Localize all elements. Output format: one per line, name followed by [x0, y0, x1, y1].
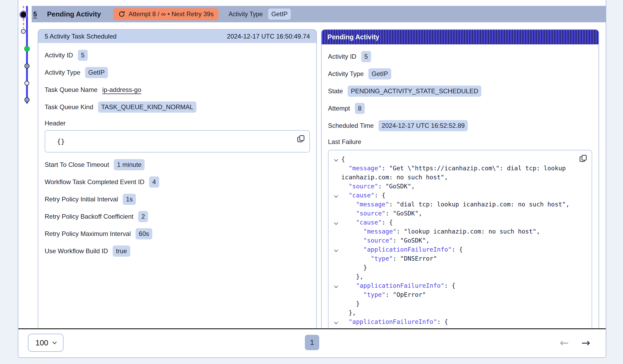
retry-status-badge: Attempt 8 / ∞ • Next Retry 39s [113, 8, 218, 20]
field-value-badge: TASK_QUEUE_KIND_NORMAL [98, 101, 196, 112]
code-gutter [331, 227, 341, 236]
header-payload-box: {} [45, 130, 310, 153]
event-id-link[interactable]: 5 [33, 10, 37, 18]
field-value-link[interactable]: ip-address-go [102, 86, 141, 94]
event-timestamp: 2024-12-17 UTC 16:50:49.74 [227, 33, 310, 40]
code-text: "type": "DNSError" [341, 254, 577, 263]
code-line: "message": "dial tcp: lookup icanhazip.c… [331, 200, 577, 209]
code-gutter [331, 182, 341, 191]
pagination-footer: 100 1 ← → [18, 329, 606, 356]
code-gutter [331, 326, 341, 328]
last-failure-json-viewer: { "message": "Get \"https://icanhazip.co… [328, 150, 592, 328]
code-line: }, [331, 308, 577, 317]
timeline-event-dot-open[interactable] [21, 29, 26, 34]
field-value-badge: 8 [355, 103, 365, 114]
field-label: Activity Type [328, 70, 364, 78]
field-value-badge: GetIP [368, 68, 391, 79]
event-detail-card: 5 Activity Task Scheduled 2024-12-17 UTC… [38, 29, 317, 328]
copy-icon [297, 134, 305, 143]
field-value-badge: 5 [361, 51, 371, 62]
code-line: "type": "OpError" [331, 290, 577, 299]
code-gutter [331, 245, 341, 254]
code-text: "message": "lookup icanhazip.com: no suc… [341, 227, 577, 236]
collapse-chevron-icon[interactable] [334, 158, 338, 162]
field-value-badge: 60s [136, 228, 152, 239]
code-text: "cause": { [341, 218, 577, 227]
code-text: "source": "GoSDK", [341, 236, 577, 245]
code-line: "source": "GoSDK", [331, 236, 577, 245]
code-line: } [331, 299, 577, 308]
collapse-chevron-icon[interactable] [334, 284, 338, 288]
pending-activity-body: Activity ID5Activity TypeGetIPStatePENDI… [322, 44, 599, 328]
previous-page-arrow[interactable]: ← [560, 337, 569, 348]
field-row: Retry Policy Backoff Coefficient2 [45, 211, 310, 222]
code-line: "applicationFailureInfo": { [331, 245, 577, 254]
code-line: "source": "GoSDK", [331, 182, 577, 191]
field-row: Scheduled Time2024-12-17 UTC 16:52:52.89 [328, 120, 592, 132]
page-size-select[interactable]: 100 [28, 334, 64, 352]
chevron-down-icon [52, 340, 57, 344]
field-row: Retry Policy Maximum Interval60s [45, 228, 310, 240]
field-row: Attempt8 [328, 103, 592, 114]
field-label: Attempt [328, 105, 350, 112]
code-line: "type": "DNSError" [331, 254, 577, 263]
event-detail-card-header[interactable]: 5 Activity Task Scheduled 2024-12-17 UTC… [38, 30, 316, 43]
code-line: "source": "GoSDK", [331, 209, 577, 218]
field-label: Task Queue Name [45, 86, 98, 94]
code-gutter [331, 164, 341, 182]
field-row: Activity ID5 [328, 51, 592, 62]
event-group-header-row: 5 Pending Activity Attempt 8 / ∞ • Next … [18, 6, 606, 22]
copy-icon [579, 154, 587, 163]
code-text: "source": "GoSDK", [341, 209, 577, 218]
copy-failure-button[interactable] [579, 154, 587, 163]
copy-header-button[interactable] [297, 134, 305, 143]
field-label: Scheduled Time [328, 122, 374, 129]
code-text: "applicationFailureInfo": { [341, 317, 577, 326]
previous-row-partial [18, 0, 606, 6]
current-page-button[interactable]: 1 [305, 335, 319, 350]
code-text: "type": "OpError" [341, 290, 577, 299]
code-line: "message": "Get \"https://icanhazip.com\… [331, 164, 577, 182]
code-text: { [341, 155, 577, 164]
code-text: }, [341, 272, 577, 281]
timeline-event-dot-success[interactable] [24, 46, 30, 52]
code-gutter [331, 299, 341, 308]
code-text: "applicationFailureInfo": { [341, 281, 577, 290]
code-text: } [341, 263, 577, 272]
collapse-chevron-icon[interactable] [334, 221, 338, 225]
code-line: "applicationFailureInfo": { [331, 281, 577, 290]
code-line: "cause": { [331, 191, 577, 200]
timeline-event-dot-selected[interactable] [20, 12, 26, 18]
field-label: Activity Type [45, 69, 80, 76]
next-page-arrow[interactable]: → [581, 337, 590, 348]
code-text: "message": "Get \"https://icanhazip.com\… [341, 164, 577, 182]
field-row: Task Queue Nameip-address-go [45, 84, 310, 96]
pending-activity-band[interactable]: 5 Pending Activity Attempt 8 / ∞ • Next … [32, 6, 606, 22]
field-label: Workflow Task Completed Event ID [45, 178, 144, 186]
event-history-panel: 5 Pending Activity Attempt 8 / ∞ • Next … [18, 0, 606, 358]
timeline-event-dot-neutral[interactable] [24, 97, 30, 102]
collapse-chevron-icon[interactable] [334, 248, 338, 252]
collapse-chevron-icon[interactable] [334, 320, 338, 324]
field-label: Activity ID [328, 53, 356, 60]
code-line: "type": "Error" [331, 326, 577, 328]
field-label: State [328, 87, 343, 95]
timeline-event-dot-open[interactable] [24, 81, 29, 86]
timeline-event-dot-neutral[interactable] [24, 64, 30, 69]
pending-activity-title: Pending Activity [327, 33, 379, 41]
code-text: }, [341, 308, 577, 317]
pagination-arrows: ← → [560, 329, 590, 356]
event-detail-row: 5 Activity Task Scheduled 2024-12-17 UTC… [18, 22, 606, 329]
code-line: "message": "lookup icanhazip.com: no suc… [331, 227, 577, 236]
page-size-value: 100 [35, 338, 48, 347]
activity-type-label: Activity Type [229, 11, 263, 18]
field-row: Activity ID5 [45, 49, 310, 61]
code-gutter [331, 290, 341, 299]
field-label: Use Workflow Build ID [45, 247, 108, 255]
code-gutter [331, 308, 341, 317]
code-line: } [331, 263, 577, 272]
field-row: Use Workflow Build IDtrue [45, 245, 310, 257]
collapse-chevron-icon[interactable] [334, 194, 338, 198]
header-payload-value: {} [57, 138, 65, 145]
field-value-badge: GetIP [85, 67, 108, 78]
